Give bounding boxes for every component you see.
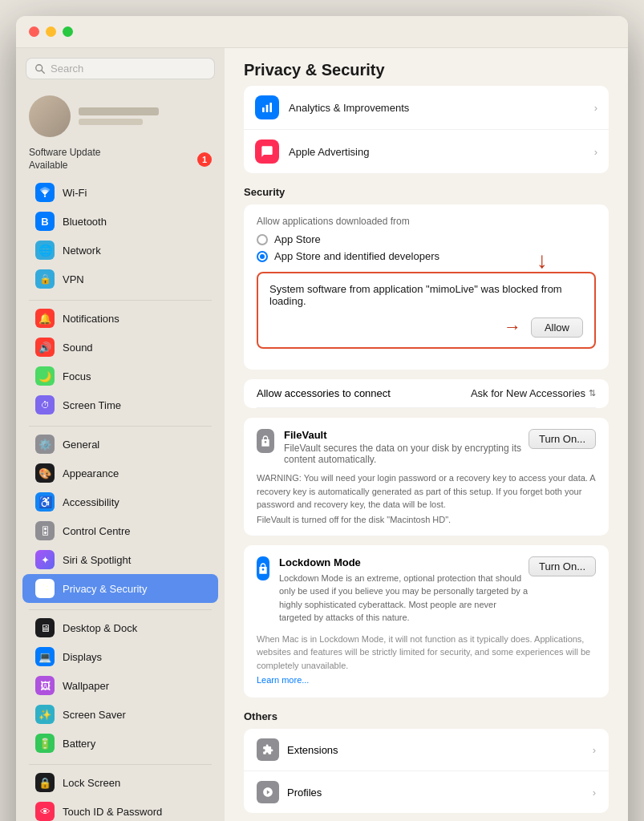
sidebar-item-label-siri: Siri & Spotlight	[63, 554, 131, 566]
user-profile[interactable]	[16, 89, 225, 147]
sidebar-item-general[interactable]: ⚙️ General	[22, 430, 218, 459]
sidebar-item-displays[interactable]: 💻 Displays	[22, 642, 218, 671]
sidebar-item-notifications[interactable]: 🔔 Notifications	[22, 304, 218, 333]
sidebar-item-battery[interactable]: 🔋 Battery	[22, 729, 218, 758]
top-rows-card: Analytics & Improvements › Apple Adverti…	[244, 86, 609, 173]
search-input[interactable]	[51, 63, 206, 75]
focus-icon: 🌙	[35, 366, 55, 386]
radio-app-store[interactable]: App Store	[257, 233, 596, 245]
filevault-turn-on-button[interactable]: Turn On...	[529, 429, 596, 449]
profiles-label: Profiles	[287, 787, 322, 799]
maximize-button[interactable]	[63, 26, 73, 37]
sidebar-item-network[interactable]: 🌐 Network	[22, 236, 218, 265]
lockdown-learn-more-link[interactable]: Learn more...	[257, 675, 309, 685]
sidebar-item-label-touchid: Touch ID & Password	[63, 806, 162, 818]
sidebar-item-label-screensaver: Screen Saver	[63, 709, 126, 721]
lockdown-header: Lockdown Mode Lockdown Mode is an extrem…	[257, 556, 596, 628]
update-label: Software UpdateAvailable	[29, 147, 100, 172]
filevault-card: FileVault FileVault secures the data on …	[244, 418, 609, 536]
sidebar-item-desktop[interactable]: 🖥 Desktop & Dock	[22, 613, 218, 642]
profiles-row[interactable]: Profiles ›	[244, 771, 609, 813]
lockdown-card: Lockdown Mode Lockdown Mode is an extrem…	[244, 545, 609, 698]
filevault-icon	[257, 429, 274, 453]
avatar	[29, 95, 71, 137]
sidebar: Software UpdateAvailable 1 Wi-Fi B Bluet…	[16, 48, 225, 821]
allow-button[interactable]: Allow	[531, 317, 583, 338]
battery-icon: 🔋	[35, 734, 55, 753]
sidebar-item-wallpaper[interactable]: 🖼 Wallpaper	[22, 671, 218, 700]
extensions-left: Extensions	[257, 738, 338, 761]
blocked-message-box: System software from application "mimoLi…	[257, 272, 596, 349]
radio-label-app-store: App Store	[274, 233, 321, 245]
close-button[interactable]	[29, 26, 39, 37]
sidebar-item-label-accessibility: Accessibility	[63, 496, 119, 508]
security-section-title: Security	[244, 186, 609, 198]
minimize-button[interactable]	[46, 26, 56, 37]
extensions-row[interactable]: Extensions ›	[244, 729, 609, 771]
sidebar-item-touchid[interactable]: 👁 Touch ID & Password	[22, 797, 218, 821]
sidebar-item-privacy[interactable]: 🤚 Privacy & Security	[22, 574, 218, 603]
sidebar-item-appearance[interactable]: 🎨 Appearance	[22, 459, 218, 487]
general-icon: ⚙️	[35, 435, 55, 454]
sidebar-item-label-vpn: VPN	[63, 273, 84, 285]
software-update-item[interactable]: Software UpdateAvailable 1	[29, 147, 212, 172]
svg-rect-5	[269, 103, 272, 112]
radio-btn-app-store[interactable]	[257, 234, 268, 245]
others-section-title: Others	[244, 710, 609, 722]
sidebar-item-wifi[interactable]: Wi-Fi	[22, 178, 218, 207]
sidebar-item-vpn[interactable]: 🔒 VPN	[22, 265, 218, 293]
analytics-chevron: ›	[594, 102, 597, 114]
user-sub-placeholder	[79, 119, 143, 125]
advertising-row[interactable]: Apple Advertising ›	[244, 130, 609, 173]
sidebar-section-notifications: 🔔 Notifications 🔊 Sound 🌙 Focus ⏱ Screen…	[16, 304, 225, 419]
sidebar-item-sound[interactable]: 🔊 Sound	[22, 333, 218, 362]
sidebar-item-accessibility[interactable]: ♿ Accessibility	[22, 487, 218, 516]
sidebar-item-bluetooth[interactable]: B Bluetooth	[22, 207, 218, 236]
filevault-left: FileVault FileVault secures the data on …	[257, 429, 529, 465]
sidebar-item-label-battery: Battery	[63, 738, 95, 750]
desktop-icon: 🖥	[35, 618, 55, 637]
sidebar-item-label-focus: Focus	[63, 370, 91, 382]
sidebar-item-label-sound: Sound	[63, 342, 93, 354]
advertising-chevron: ›	[594, 146, 597, 158]
sidebar-item-label-screentime: Screen Time	[63, 399, 121, 411]
sidebar-item-label-displays: Displays	[63, 651, 102, 663]
search-icon	[34, 63, 46, 75]
accessories-label: Allow accessories to connect	[257, 387, 391, 399]
sidebar-item-focus[interactable]: 🌙 Focus	[22, 362, 218, 390]
appearance-icon: 🎨	[35, 463, 55, 483]
wallpaper-icon: 🖼	[35, 676, 55, 695]
sidebar-item-label-wifi: Wi-Fi	[63, 187, 87, 199]
sidebar-divider-2	[29, 426, 212, 427]
sidebar-item-label-bluetooth: Bluetooth	[63, 216, 107, 228]
filevault-desc: FileVault secures the data on your disk …	[284, 443, 529, 465]
sidebar-item-screentime[interactable]: ⏱ Screen Time	[22, 390, 218, 419]
accessories-value: Ask for New Accessories	[471, 387, 585, 399]
filevault-status: FileVault is turned off for the disk "Ma…	[257, 515, 596, 524]
radio-btn-app-store-identified[interactable]	[257, 251, 268, 262]
sidebar-item-siri[interactable]: ✦ Siri & Spotlight	[22, 545, 218, 574]
sidebar-item-lockscreen[interactable]: 🔒 Lock Screen	[22, 768, 218, 797]
red-arrow-down-icon: ↓	[537, 249, 548, 272]
lockdown-turn-on-button[interactable]: Turn On...	[529, 556, 596, 576]
filevault-title-desc: FileVault FileVault secures the data on …	[284, 429, 529, 465]
sidebar-item-label-controlcentre: Control Centre	[63, 525, 131, 537]
sidebar-section-network: Wi-Fi B Bluetooth 🌐 Network 🔒 VPN	[16, 178, 225, 293]
accessibility-icon: ♿	[35, 492, 55, 512]
analytics-icon	[255, 95, 279, 119]
update-badge-count: 1	[197, 152, 212, 167]
touchid-icon: 👁	[35, 802, 55, 821]
analytics-row[interactable]: Analytics & Improvements ›	[244, 86, 609, 130]
accessories-select[interactable]: Ask for New Accessories ⇅	[471, 387, 596, 399]
wifi-icon	[35, 183, 55, 202]
lockdown-icon	[257, 556, 269, 580]
search-box[interactable]	[26, 58, 215, 79]
screensaver-icon: ✨	[35, 705, 55, 724]
blocked-container: ↓ System software from application "mimo…	[257, 272, 596, 349]
sidebar-item-controlcentre[interactable]: 🎛 Control Centre	[22, 516, 218, 545]
main-content-scroll: Analytics & Improvements › Apple Adverti…	[225, 86, 628, 821]
red-arrow-right-icon: →	[504, 317, 521, 338]
filevault-warning: WARNING: You will need your login passwo…	[257, 471, 596, 512]
sidebar-item-screensaver[interactable]: ✨ Screen Saver	[22, 700, 218, 729]
others-card: Extensions › Profiles	[244, 729, 609, 813]
